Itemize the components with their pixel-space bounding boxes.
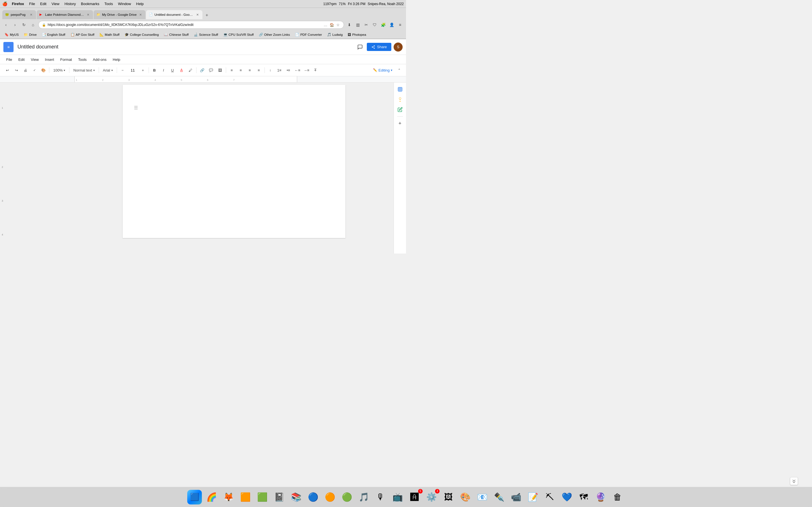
- docs-menu-file[interactable]: File: [3, 56, 15, 63]
- adblock-btn[interactable]: 🛡: [371, 21, 378, 29]
- tab-drive-close[interactable]: ✕: [139, 13, 143, 17]
- bookmark-english[interactable]: 📑 English Stuff: [40, 32, 67, 38]
- bold-button[interactable]: B: [151, 66, 158, 74]
- menubar-window[interactable]: Window: [116, 1, 133, 6]
- url-bookmark-btn[interactable]: ☆: [336, 22, 340, 27]
- menu-btn[interactable]: ≡: [396, 21, 404, 29]
- forward-button[interactable]: ›: [11, 21, 18, 29]
- bookmark-apgov[interactable]: 📋 AP Gov Stuff: [68, 32, 97, 38]
- toolbar-collapse-button[interactable]: ⌃: [396, 67, 403, 73]
- extension-btn[interactable]: 🧩: [379, 21, 387, 29]
- docs-page-area[interactable]: ☰: [74, 82, 394, 253]
- highlight-button[interactable]: 🖊: [187, 66, 195, 74]
- url-bar[interactable]: 🔒 https://docs.google.com/document/d/1Mo…: [38, 21, 344, 29]
- new-tab-button[interactable]: +: [203, 11, 211, 19]
- decrease-indent-button[interactable]: ←≡: [294, 66, 301, 74]
- tab-docs[interactable]: 📄 Untitled document - Google Do... ✕: [146, 10, 202, 19]
- screenshot-btn[interactable]: ✂: [363, 21, 370, 29]
- align-center-button[interactable]: ≡: [237, 66, 245, 74]
- share-button[interactable]: Editing Share: [367, 43, 391, 51]
- docs-menu-format[interactable]: Format: [57, 56, 75, 63]
- clear-formatting-button[interactable]: T̶: [312, 66, 319, 74]
- document-content[interactable]: [143, 105, 325, 218]
- undo-button[interactable]: ↩: [3, 66, 11, 74]
- link-button[interactable]: 🔗: [198, 66, 206, 74]
- apple-menu[interactable]: 🍎: [2, 1, 8, 6]
- docs-menu-view[interactable]: View: [28, 56, 42, 63]
- numbered-list-button[interactable]: 1≡: [275, 66, 283, 74]
- menubar-edit[interactable]: Edit: [38, 1, 48, 6]
- menubar-view[interactable]: View: [50, 1, 61, 6]
- docs-menu-insert[interactable]: Insert: [42, 56, 57, 63]
- tab-drive[interactable]: 📁 My Drive - Google Drive ✕: [94, 10, 146, 19]
- menubar-firefox[interactable]: Firefox: [10, 1, 26, 6]
- font-size-decrease-button[interactable]: −: [119, 66, 126, 74]
- bookmark-college[interactable]: 🎓 College Counselling: [122, 32, 161, 38]
- sidebar-keep-icon[interactable]: [396, 95, 405, 104]
- text-color-button[interactable]: A: [177, 66, 186, 74]
- docs-menu-edit[interactable]: Edit: [15, 56, 28, 63]
- sidepanel-btn[interactable]: ▥: [354, 21, 361, 29]
- user-avatar[interactable]: S: [394, 43, 403, 52]
- bookmark-pdf[interactable]: 📄 PDF Converter: [293, 32, 324, 38]
- docs-menu-help[interactable]: Help: [110, 56, 123, 63]
- zoom-dropdown[interactable]: 100% ▾: [51, 67, 67, 73]
- justify-button[interactable]: ≡: [255, 66, 263, 74]
- bullet-list-button[interactable]: •≡: [285, 66, 292, 74]
- font-size-increase-button[interactable]: +: [139, 66, 147, 74]
- italic-button[interactable]: I: [160, 66, 167, 74]
- bookmark-photopea[interactable]: 🖼 Photopea: [345, 32, 368, 38]
- increase-indent-button[interactable]: →≡: [303, 66, 310, 74]
- tab-pokemon-close[interactable]: ✕: [86, 13, 90, 17]
- url-more-btn[interactable]: …: [323, 22, 328, 27]
- back-button[interactable]: ‹: [2, 21, 10, 29]
- image-button[interactable]: 🖼: [216, 66, 224, 74]
- sidebar-edit-icon[interactable]: [396, 105, 405, 114]
- underline-button[interactable]: U: [168, 66, 176, 74]
- tab-peepo-close[interactable]: ✕: [29, 13, 33, 17]
- url-pocket-btn[interactable]: 🏠: [329, 22, 335, 27]
- bookmark-ludwig[interactable]: 🎵 Ludwig: [325, 32, 345, 38]
- tab-pokemon[interactable]: ▶ Lake Pokémon Diamond & ... ✕: [37, 10, 93, 19]
- spell-check-button[interactable]: ✓: [31, 66, 38, 74]
- paragraph-style-dropdown[interactable]: Normal text ▾: [71, 67, 97, 73]
- font-family-dropdown[interactable]: Arial ▾: [101, 67, 115, 73]
- menubar-help[interactable]: Help: [134, 1, 146, 6]
- docs-menu-addons[interactable]: Add-ons: [90, 56, 109, 63]
- menubar-tools[interactable]: Tools: [102, 1, 115, 6]
- menubar-bookmarks[interactable]: Bookmarks: [79, 1, 101, 6]
- menubar-history[interactable]: History: [63, 1, 78, 6]
- reload-button[interactable]: ↻: [20, 21, 28, 29]
- share-icon: [371, 45, 375, 49]
- bookmark-myus[interactable]: 🔖 MyUS: [2, 32, 21, 38]
- sidebar-plus-icon[interactable]: +: [396, 119, 405, 128]
- bookmark-math[interactable]: 📐 Math Stuff: [97, 32, 122, 38]
- bookmark-zoom[interactable]: 🔗 Other Zoom Links: [257, 32, 292, 38]
- tab-pokemon-favicon: ▶: [40, 13, 43, 17]
- sync-btn[interactable]: 👤: [388, 21, 395, 29]
- home-button[interactable]: ⌂: [29, 21, 37, 29]
- redo-button[interactable]: ↪: [12, 66, 20, 74]
- tab-peepo[interactable]: 🐸 peepoPog ✕: [2, 10, 36, 19]
- docs-page[interactable]: ☰: [123, 85, 345, 238]
- comment-button[interactable]: 💬: [207, 66, 215, 74]
- user-name: Snipes-Rea, Noah 2022: [368, 2, 404, 6]
- docs-title-input[interactable]: [16, 43, 84, 50]
- docs-menu-tools[interactable]: Tools: [75, 56, 89, 63]
- bookmark-chinese[interactable]: 📖 Chinese Stuff: [161, 32, 191, 38]
- editing-mode-dropdown[interactable]: ✏️ Editing ▾: [371, 67, 395, 73]
- line-spacing-button[interactable]: ↕: [266, 66, 274, 74]
- menubar-file[interactable]: File: [27, 1, 37, 6]
- align-right-button[interactable]: ≡: [246, 66, 254, 74]
- docs-logo[interactable]: ≡: [3, 42, 13, 52]
- tab-docs-close[interactable]: ✕: [195, 13, 200, 17]
- bookmark-science[interactable]: 🔬 Science Stuff: [192, 32, 220, 38]
- bookmark-cpu[interactable]: 💻 CPU Sci/VR Stuff: [221, 32, 256, 38]
- align-left-button[interactable]: ≡: [228, 66, 236, 74]
- print-button[interactable]: 🖨: [21, 66, 29, 74]
- paint-format-button[interactable]: 🎨: [40, 66, 47, 74]
- comments-button[interactable]: [356, 43, 364, 52]
- sidebar-sheets-icon[interactable]: [396, 85, 405, 94]
- bookmark-drive[interactable]: 📁 Drive: [21, 32, 39, 38]
- downloads-btn[interactable]: ⬇: [346, 21, 353, 29]
